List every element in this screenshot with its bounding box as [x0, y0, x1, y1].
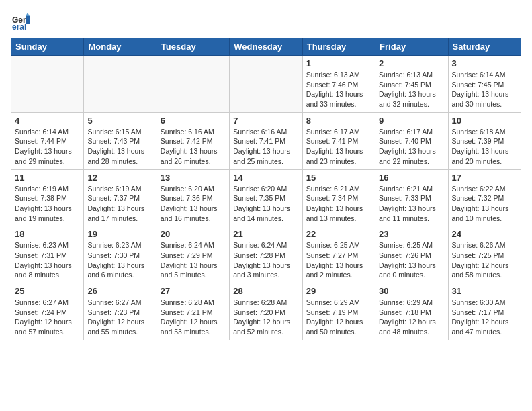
day-number: 19 — [87, 229, 152, 239]
day-number: 12 — [87, 173, 152, 183]
calendar-cell — [84, 56, 157, 113]
calendar-cell: 20Sunrise: 6:24 AM Sunset: 7:29 PM Dayli… — [157, 226, 229, 283]
day-number: 5 — [87, 116, 152, 126]
calendar-cell: 14Sunrise: 6:20 AM Sunset: 7:35 PM Dayli… — [230, 169, 302, 226]
day-number: 10 — [452, 116, 517, 126]
calendar-week-3: 11Sunrise: 6:19 AM Sunset: 7:38 PM Dayli… — [11, 169, 521, 226]
calendar-cell: 16Sunrise: 6:21 AM Sunset: 7:33 PM Dayli… — [375, 169, 448, 226]
day-info: Sunrise: 6:21 AM Sunset: 7:34 PM Dayligh… — [306, 184, 371, 224]
day-info: Sunrise: 6:29 AM Sunset: 7:18 PM Dayligh… — [379, 298, 444, 337]
calendar-cell: 31Sunrise: 6:30 AM Sunset: 7:17 PM Dayli… — [448, 283, 521, 340]
day-number: 20 — [161, 229, 226, 239]
calendar-cell: 11Sunrise: 6:19 AM Sunset: 7:38 PM Dayli… — [11, 169, 84, 226]
day-info: Sunrise: 6:14 AM Sunset: 7:45 PM Dayligh… — [452, 70, 517, 109]
calendar-cell — [11, 56, 84, 113]
calendar-week-5: 25Sunrise: 6:27 AM Sunset: 7:24 PM Dayli… — [11, 283, 521, 340]
day-number: 15 — [306, 173, 371, 183]
day-info: Sunrise: 6:30 AM Sunset: 7:17 PM Dayligh… — [452, 298, 517, 337]
day-info: Sunrise: 6:27 AM Sunset: 7:24 PM Dayligh… — [15, 298, 80, 337]
calendar-cell: 30Sunrise: 6:29 AM Sunset: 7:18 PM Dayli… — [375, 283, 448, 340]
day-number: 26 — [87, 286, 152, 296]
day-info: Sunrise: 6:16 AM Sunset: 7:41 PM Dayligh… — [233, 127, 298, 167]
calendar-cell: 2Sunrise: 6:13 AM Sunset: 7:45 PM Daylig… — [375, 56, 448, 113]
day-info: Sunrise: 6:27 AM Sunset: 7:23 PM Dayligh… — [87, 298, 152, 337]
day-number: 13 — [161, 173, 226, 183]
day-info: Sunrise: 6:15 AM Sunset: 7:43 PM Dayligh… — [87, 127, 152, 167]
day-info: Sunrise: 6:29 AM Sunset: 7:19 PM Dayligh… — [306, 298, 371, 337]
calendar-week-4: 18Sunrise: 6:23 AM Sunset: 7:31 PM Dayli… — [11, 226, 521, 283]
calendar-table: SundayMondayTuesdayWednesdayThursdayFrid… — [11, 38, 521, 340]
calendar-cell: 21Sunrise: 6:24 AM Sunset: 7:28 PM Dayli… — [230, 226, 302, 283]
calendar-cell — [157, 56, 229, 113]
logo: Gen eral — [11, 11, 34, 31]
day-info: Sunrise: 6:22 AM Sunset: 7:32 PM Dayligh… — [452, 184, 517, 224]
calendar-cell: 19Sunrise: 6:23 AM Sunset: 7:30 PM Dayli… — [84, 226, 157, 283]
day-number: 25 — [15, 286, 80, 296]
day-number: 31 — [452, 286, 517, 296]
day-info: Sunrise: 6:24 AM Sunset: 7:28 PM Dayligh… — [233, 240, 298, 280]
day-info: Sunrise: 6:13 AM Sunset: 7:46 PM Dayligh… — [306, 70, 371, 109]
svg-marker-2 — [26, 16, 30, 24]
calendar-cell: 25Sunrise: 6:27 AM Sunset: 7:24 PM Dayli… — [11, 283, 84, 340]
day-info: Sunrise: 6:20 AM Sunset: 7:35 PM Dayligh… — [233, 184, 298, 224]
day-info: Sunrise: 6:28 AM Sunset: 7:21 PM Dayligh… — [161, 298, 226, 337]
day-info: Sunrise: 6:14 AM Sunset: 7:44 PM Dayligh… — [15, 127, 80, 167]
calendar-cell: 15Sunrise: 6:21 AM Sunset: 7:34 PM Dayli… — [302, 169, 375, 226]
svg-text:eral: eral — [12, 22, 26, 31]
day-info: Sunrise: 6:21 AM Sunset: 7:33 PM Dayligh… — [379, 184, 444, 224]
day-info: Sunrise: 6:24 AM Sunset: 7:29 PM Dayligh… — [161, 240, 226, 280]
calendar-week-2: 4Sunrise: 6:14 AM Sunset: 7:44 PM Daylig… — [11, 112, 521, 169]
day-number: 24 — [452, 229, 517, 239]
day-info: Sunrise: 6:28 AM Sunset: 7:20 PM Dayligh… — [233, 298, 298, 337]
calendar-cell: 18Sunrise: 6:23 AM Sunset: 7:31 PM Dayli… — [11, 226, 84, 283]
day-number: 27 — [161, 286, 226, 296]
day-number: 11 — [15, 173, 80, 183]
calendar-cell: 28Sunrise: 6:28 AM Sunset: 7:20 PM Dayli… — [230, 283, 302, 340]
day-number: 17 — [452, 173, 517, 183]
day-header-monday: Monday — [84, 38, 157, 56]
day-header-tuesday: Tuesday — [157, 38, 229, 56]
day-info: Sunrise: 6:20 AM Sunset: 7:36 PM Dayligh… — [161, 184, 226, 224]
day-number: 1 — [306, 58, 371, 68]
calendar-cell: 6Sunrise: 6:16 AM Sunset: 7:42 PM Daylig… — [157, 112, 229, 169]
calendar-cell: 5Sunrise: 6:15 AM Sunset: 7:43 PM Daylig… — [84, 112, 157, 169]
calendar-cell — [230, 56, 302, 113]
day-info: Sunrise: 6:17 AM Sunset: 7:40 PM Dayligh… — [379, 127, 444, 167]
calendar-cell: 1Sunrise: 6:13 AM Sunset: 7:46 PM Daylig… — [302, 56, 375, 113]
calendar-cell: 8Sunrise: 6:17 AM Sunset: 7:41 PM Daylig… — [302, 112, 375, 169]
day-info: Sunrise: 6:25 AM Sunset: 7:27 PM Dayligh… — [306, 240, 371, 280]
day-number: 18 — [15, 229, 80, 239]
calendar-cell: 3Sunrise: 6:14 AM Sunset: 7:45 PM Daylig… — [448, 56, 521, 113]
day-header-thursday: Thursday — [302, 38, 375, 56]
calendar-week-1: 1Sunrise: 6:13 AM Sunset: 7:46 PM Daylig… — [11, 56, 521, 113]
calendar-cell: 23Sunrise: 6:25 AM Sunset: 7:26 PM Dayli… — [375, 226, 448, 283]
calendar-cell: 27Sunrise: 6:28 AM Sunset: 7:21 PM Dayli… — [157, 283, 229, 340]
day-number: 16 — [379, 173, 444, 183]
day-info: Sunrise: 6:18 AM Sunset: 7:39 PM Dayligh… — [452, 127, 517, 167]
day-info: Sunrise: 6:16 AM Sunset: 7:42 PM Dayligh… — [161, 127, 226, 167]
calendar-cell: 17Sunrise: 6:22 AM Sunset: 7:32 PM Dayli… — [448, 169, 521, 226]
svg-marker-3 — [26, 13, 30, 16]
day-header-wednesday: Wednesday — [230, 38, 302, 56]
day-header-sunday: Sunday — [11, 38, 84, 56]
day-number: 8 — [306, 116, 371, 126]
day-number: 30 — [379, 286, 444, 296]
calendar-cell: 12Sunrise: 6:19 AM Sunset: 7:37 PM Dayli… — [84, 169, 157, 226]
day-info: Sunrise: 6:25 AM Sunset: 7:26 PM Dayligh… — [379, 240, 444, 280]
calendar-cell: 24Sunrise: 6:26 AM Sunset: 7:25 PM Dayli… — [448, 226, 521, 283]
day-number: 29 — [306, 286, 371, 296]
day-number: 22 — [306, 229, 371, 239]
day-info: Sunrise: 6:23 AM Sunset: 7:30 PM Dayligh… — [87, 240, 152, 280]
day-number: 4 — [15, 116, 80, 126]
day-number: 6 — [161, 116, 226, 126]
day-number: 21 — [233, 229, 298, 239]
day-number: 14 — [233, 173, 298, 183]
calendar-cell: 10Sunrise: 6:18 AM Sunset: 7:39 PM Dayli… — [448, 112, 521, 169]
calendar-cell: 29Sunrise: 6:29 AM Sunset: 7:19 PM Dayli… — [302, 283, 375, 340]
calendar-header-row: SundayMondayTuesdayWednesdayThursdayFrid… — [11, 38, 521, 56]
calendar-cell: 7Sunrise: 6:16 AM Sunset: 7:41 PM Daylig… — [230, 112, 302, 169]
day-number: 28 — [233, 286, 298, 296]
calendar-cell: 13Sunrise: 6:20 AM Sunset: 7:36 PM Dayli… — [157, 169, 229, 226]
calendar-cell: 9Sunrise: 6:17 AM Sunset: 7:40 PM Daylig… — [375, 112, 448, 169]
day-info: Sunrise: 6:23 AM Sunset: 7:31 PM Dayligh… — [15, 240, 80, 280]
